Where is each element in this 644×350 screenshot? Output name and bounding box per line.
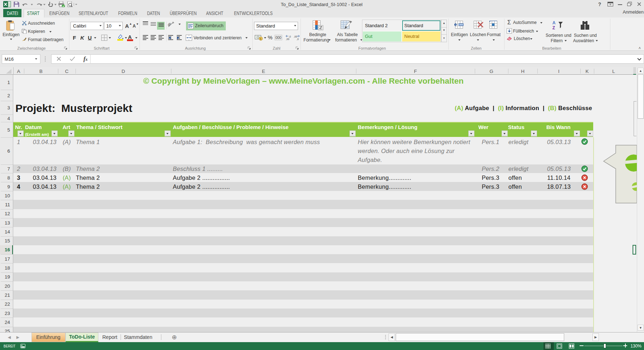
svg-text:$: $ <box>260 38 262 40</box>
svg-text:,0: ,0 <box>297 38 299 40</box>
svg-text:,0: ,0 <box>289 35 291 38</box>
svg-text:,00: ,00 <box>286 38 289 40</box>
svg-text:A: A <box>552 20 556 25</box>
svg-text:Z: Z <box>552 25 555 30</box>
svg-text:,00: ,00 <box>294 35 297 38</box>
svg-text:ab: ab <box>168 22 172 27</box>
